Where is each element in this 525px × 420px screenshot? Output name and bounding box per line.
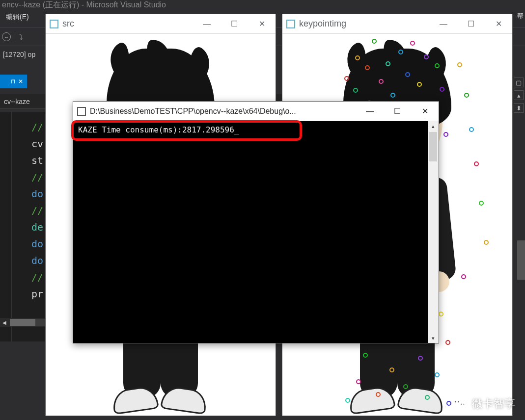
minimize-button[interactable]: — <box>193 14 221 34</box>
window-src-titlebar[interactable]: src — ☐ ✕ <box>46 14 276 34</box>
window-console: D:\Business\DemoTEST\CPP\opencv--kaze\x6… <box>73 101 439 343</box>
keypoint-marker <box>435 63 440 68</box>
pin-icon[interactable]: ⊓ <box>11 78 15 85</box>
scroll-thumb[interactable] <box>429 132 437 161</box>
toolbar-sep <box>15 32 15 42</box>
active-doc-tab[interactable]: ⊓ ✕ <box>0 75 27 88</box>
window-keypoint-titlebar[interactable]: keypointimg — ☐ ✕ <box>282 14 512 34</box>
keypoint-marker <box>446 401 451 406</box>
keypoint-marker <box>389 368 394 372</box>
keypoint-marker <box>440 87 444 92</box>
keypoint-marker <box>405 72 410 77</box>
close-button[interactable]: ✕ <box>485 14 512 34</box>
scope-dropdown[interactable]: cv--kaze <box>4 98 30 105</box>
code-line[interactable]: st <box>31 152 43 169</box>
window-console-controls: — ☐ ✕ <box>356 102 439 121</box>
code-line[interactable]: pr <box>31 286 43 302</box>
scroll-up-icon[interactable]: ▴ <box>428 121 439 131</box>
vs-menu-bar[interactable]: 编辑(E) <box>0 11 35 25</box>
keypoint-marker <box>363 353 368 358</box>
keypoint-marker <box>425 395 430 400</box>
opencv-icon <box>286 20 295 28</box>
debug-process-label: [12720] op <box>3 51 35 58</box>
debug-step-icon[interactable]: ⤵ <box>19 33 23 41</box>
console-scrollbar[interactable]: ▴ ▾ <box>428 121 439 343</box>
window-src-controls: — ☐ ✕ <box>193 14 276 34</box>
minimize-button[interactable]: — <box>430 14 457 34</box>
window-keypoint-title: keypointimg <box>299 19 426 29</box>
split-icon[interactable]: ⬍ <box>514 103 524 113</box>
minimize-button[interactable]: — <box>356 102 384 121</box>
console-output[interactable]: KAZE Time consume(ms):2817.298596_ <box>73 121 428 343</box>
window-console-content: KAZE Time consume(ms):2817.298596_ ▴ ▾ <box>73 121 439 343</box>
editor-gutter <box>0 112 12 341</box>
keypoint-marker <box>469 127 474 132</box>
keypoint-marker <box>439 312 443 316</box>
scroll-left-icon[interactable]: ◀ <box>0 320 9 325</box>
help-tab[interactable]: 帮 <box>517 12 524 21</box>
keypoint-marker <box>365 65 370 70</box>
code-line[interactable]: cv <box>31 135 43 152</box>
code-line[interactable]: de <box>31 219 43 236</box>
nav-back-icon[interactable]: ← <box>2 32 11 41</box>
keypoint-marker <box>379 79 384 84</box>
window-console-titlebar[interactable]: D:\Business\DemoTEST\CPP\opencv--kaze\x6… <box>73 102 439 121</box>
keypoint-marker <box>353 88 358 93</box>
window-keypoint-controls: — ☐ ✕ <box>430 14 512 34</box>
maximize-button[interactable]: ☐ <box>384 102 411 121</box>
keypoint-marker <box>372 39 377 44</box>
keypoint-marker <box>355 55 360 60</box>
close-button[interactable]: ✕ <box>411 102 439 121</box>
maximize-button[interactable]: ☐ <box>221 14 248 34</box>
keypoint-marker <box>479 201 484 206</box>
code-lines[interactable]: //cvst//do//dedodo//pr <box>12 112 43 341</box>
window-console-title: D:\Business\DemoTEST\CPP\opencv--kaze\x6… <box>90 107 352 116</box>
keypoint-marker <box>386 61 390 66</box>
keypoint-marker <box>457 62 462 67</box>
solution-explorer-icon[interactable]: ▢ <box>514 78 524 87</box>
keypoint-marker <box>403 384 408 389</box>
console-line: KAZE Time consume(ms):2817.298596 <box>78 125 234 134</box>
code-line[interactable]: // <box>31 202 43 219</box>
code-line[interactable]: do <box>31 185 43 202</box>
keypoint-marker <box>345 398 350 403</box>
keypoint-marker <box>390 93 395 98</box>
keypoint-marker <box>461 274 466 279</box>
keypoint-marker <box>376 392 381 397</box>
close-button[interactable]: ✕ <box>248 14 276 34</box>
keypoint-marker <box>435 372 440 377</box>
minimap-scroll[interactable] <box>517 240 525 280</box>
code-line[interactable]: // <box>31 269 43 286</box>
keypoint-marker <box>443 132 448 137</box>
keypoint-marker <box>418 356 423 361</box>
console-cursor: _ <box>234 125 239 134</box>
code-line[interactable]: // <box>31 169 43 185</box>
console-icon <box>77 107 86 116</box>
vs-title-text: encv--kaze (正在运行) - Microsoft Visual Stu… <box>2 0 166 9</box>
code-line[interactable]: do <box>31 252 43 269</box>
keypoint-marker <box>464 93 469 98</box>
scroll-down-icon[interactable]: ▾ <box>428 333 439 343</box>
code-line[interactable]: // <box>31 119 43 135</box>
nav-up-icon[interactable]: ▴ <box>514 90 524 100</box>
code-line[interactable]: do <box>31 236 43 252</box>
menu-edit[interactable]: 编辑(E) <box>6 13 29 21</box>
keypoint-marker <box>417 82 422 87</box>
close-tab-icon[interactable]: ✕ <box>18 78 23 85</box>
keypoint-marker <box>424 54 429 59</box>
maximize-button[interactable]: ☐ <box>457 14 485 34</box>
vs-title-bar: encv--kaze (正在运行) - Microsoft Visual Stu… <box>0 0 525 9</box>
opencv-icon <box>50 20 58 28</box>
vs-tab-row: ⊓ ✕ <box>0 75 27 88</box>
keypoint-marker <box>474 161 479 166</box>
scroll-thumb[interactable] <box>10 319 35 326</box>
window-src-title: src <box>62 19 189 29</box>
right-tool-strip: 帮 ▢ ▴ ⬍ <box>512 75 525 420</box>
keypoint-marker <box>344 76 349 81</box>
keypoint-marker <box>356 379 361 384</box>
keypoint-marker <box>410 41 415 46</box>
keypoint-marker <box>398 50 403 54</box>
keypoint-marker <box>484 240 489 245</box>
keypoint-marker <box>445 340 450 345</box>
